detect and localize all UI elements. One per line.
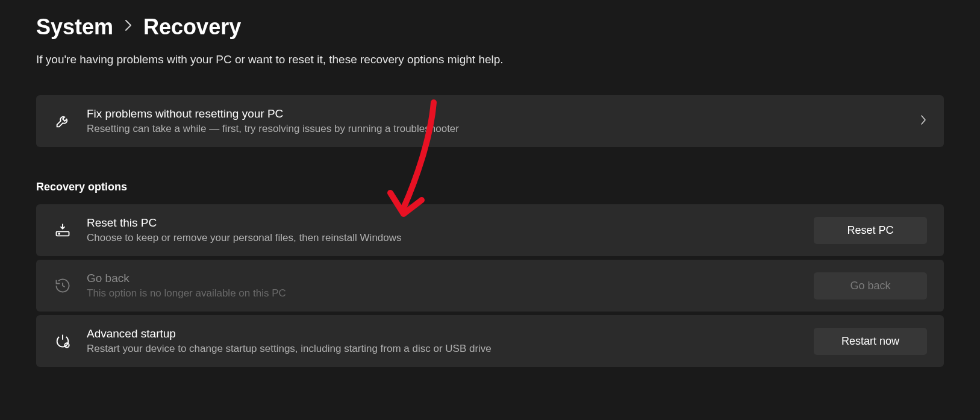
go-back-title: Go back bbox=[87, 272, 799, 285]
advanced-startup-desc: Restart your device to change startup se… bbox=[87, 343, 799, 355]
breadcrumb-parent[interactable]: System bbox=[36, 14, 113, 40]
wrench-icon bbox=[53, 111, 72, 131]
reset-pc-desc: Choose to keep or remove your personal f… bbox=[87, 232, 799, 244]
breadcrumb-current: Recovery bbox=[143, 14, 241, 40]
chevron-right-icon bbox=[920, 114, 927, 128]
go-back-card: Go back This option is no longer availab… bbox=[36, 260, 944, 312]
svg-point-1 bbox=[58, 233, 60, 234]
fix-problems-card[interactable]: Fix problems without resetting your PC R… bbox=[36, 95, 944, 147]
advanced-startup-title: Advanced startup bbox=[87, 327, 799, 340]
go-back-button: Go back bbox=[814, 272, 927, 299]
advanced-startup-text: Advanced startup Restart your device to … bbox=[87, 327, 799, 355]
reset-pc-text: Reset this PC Choose to keep or remove y… bbox=[87, 216, 799, 244]
breadcrumb: System Recovery bbox=[36, 14, 944, 40]
advanced-startup-card: Advanced startup Restart your device to … bbox=[36, 315, 944, 367]
fix-problems-title: Fix problems without resetting your PC bbox=[87, 107, 905, 121]
reset-pc-title: Reset this PC bbox=[87, 216, 799, 230]
reset-pc-button[interactable]: Reset PC bbox=[814, 217, 927, 244]
history-icon bbox=[53, 276, 72, 295]
chevron-right-icon bbox=[124, 19, 133, 35]
restart-now-button[interactable]: Restart now bbox=[814, 328, 927, 355]
reset-pc-icon bbox=[53, 221, 72, 240]
recovery-options-header: Recovery options bbox=[36, 181, 944, 193]
fix-problems-text: Fix problems without resetting your PC R… bbox=[87, 107, 905, 135]
go-back-text: Go back This option is no longer availab… bbox=[87, 272, 799, 299]
go-back-desc: This option is no longer available on th… bbox=[87, 287, 799, 299]
intro-text: If you're having problems with your PC o… bbox=[36, 53, 944, 66]
reset-pc-card: Reset this PC Choose to keep or remove y… bbox=[36, 204, 944, 256]
power-gear-icon bbox=[53, 331, 72, 351]
fix-problems-desc: Resetting can take a while — first, try … bbox=[87, 123, 905, 135]
